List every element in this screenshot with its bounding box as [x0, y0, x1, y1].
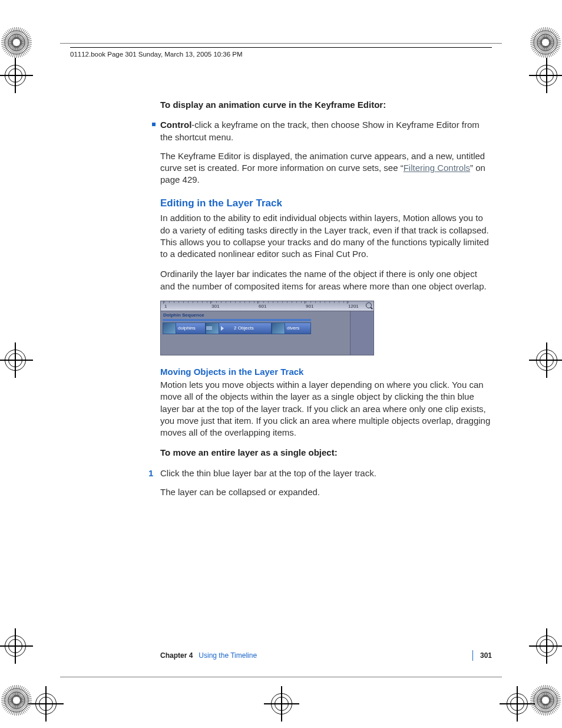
registration-mark-icon [0, 342, 33, 378]
clip-2objects: 2 Objects [206, 322, 272, 334]
page: 01112.book Page 301 Sunday, March 13, 20… [0, 0, 562, 728]
paragraph: Ordinarily the layer bar indicates the n… [160, 268, 492, 292]
paragraph: The layer can be collapsed or expanded. [160, 486, 492, 498]
clip-thumb [272, 323, 285, 334]
registration-mark-icon [529, 628, 562, 664]
radial-mark-icon [529, 684, 562, 717]
page-footer: Chapter 4 Using the Timeline 301 [160, 650, 492, 661]
layer-title: Dolphin Sequence [163, 312, 204, 319]
ruler-tick: 601 [259, 304, 266, 310]
registration-mark-icon [529, 342, 562, 378]
footer-separator [472, 650, 473, 661]
clip-thumb [163, 323, 176, 334]
running-header: 01112.book Page 301 Sunday, March 13, 20… [70, 51, 243, 58]
clip-label: dolphins [178, 325, 196, 332]
scroll-area [350, 311, 373, 355]
registration-mark-icon [264, 686, 299, 722]
chapter-title: Using the Timeline [199, 651, 257, 660]
filtering-controls-link[interactable]: Filtering Controls [404, 163, 470, 173]
paragraph: In addition to the ability to edit indiv… [160, 212, 492, 260]
clip-label: 2 Objects [234, 325, 254, 332]
subsection-heading: Moving Objects in the Layer Track [160, 366, 492, 378]
ruler-tick: 901 [306, 304, 313, 310]
registration-mark-icon [0, 628, 33, 664]
task-heading: To display an animation curve in the Key… [160, 99, 492, 111]
list-icon [206, 327, 212, 330]
content-area: To display an animation curve in the Key… [160, 99, 492, 506]
bullet-item: Control-click a keyframe on the track, t… [160, 119, 492, 143]
task-heading: To move an entire layer as a single obje… [160, 447, 492, 459]
clip-dolphins: dolphins [163, 322, 206, 334]
registration-mark-icon [0, 58, 33, 93]
ruler-tick: 1 [164, 304, 167, 310]
numbered-step: 1 Click the thin blue layer bar at the t… [160, 467, 492, 479]
timeline-ruler: 1 301 601 901 1201 [161, 301, 373, 311]
bullet-icon [152, 123, 156, 126]
header-rule [70, 47, 492, 48]
radial-mark-icon [0, 26, 33, 59]
chapter-label: Chapter 4 [160, 651, 193, 660]
clip-divers: divers [272, 322, 311, 334]
layer-bar [163, 319, 311, 321]
zoom-icon [366, 302, 372, 309]
radial-mark-icon [0, 684, 33, 717]
step-text: Click the thin blue layer bar at the top… [160, 468, 376, 478]
timeline-screenshot: 1 301 601 901 1201 Dolphin Sequence dolp… [160, 301, 374, 355]
bullet-text: -click a keyframe on the track, then cho… [160, 120, 480, 141]
registration-mark-icon [529, 58, 562, 93]
ruler-tick: 1201 [348, 304, 359, 310]
triangle-icon [221, 326, 224, 331]
paragraph: The Keyframe Editor is displayed, the an… [160, 150, 492, 186]
section-heading: Editing in the Layer Track [160, 197, 492, 210]
registration-mark-icon [28, 686, 64, 722]
ruler-tick: 301 [211, 304, 219, 310]
page-number: 301 [480, 651, 492, 660]
paragraph: Motion lets you move objects within a la… [160, 379, 492, 439]
step-number: 1 [148, 467, 153, 479]
bullet-bold: Control [160, 120, 191, 130]
clip-label: divers [287, 325, 299, 332]
radial-mark-icon [529, 26, 562, 59]
